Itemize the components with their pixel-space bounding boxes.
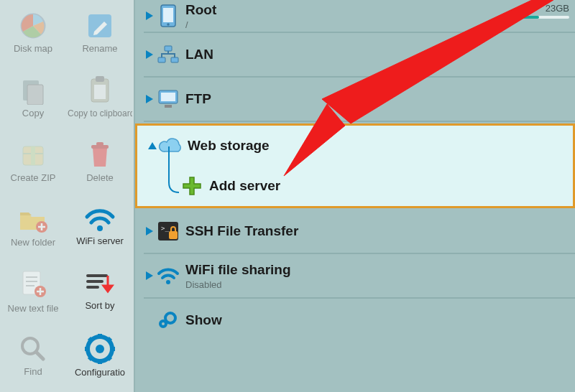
newtextfile-icon	[19, 269, 47, 300]
newfolder-icon	[17, 205, 49, 234]
tree-connector-icon	[163, 168, 179, 204]
list-item-add-server[interactable]: Add server	[137, 166, 573, 206]
item-title: LAN	[185, 47, 213, 62]
sidebar-item-label: WiFi server	[76, 235, 124, 246]
main-panel: Root / 23GB LAN FTP Web storage	[135, 0, 575, 392]
storage-size: 23GB	[546, 3, 569, 14]
sidebar-item-diskmap[interactable]: Disk map	[0, 0, 66, 65]
svg-rect-19	[163, 8, 173, 22]
sidebar-item-clipboard[interactable]: Copy to clipboard	[66, 65, 134, 129]
svg-text:>_: >_	[161, 225, 169, 232]
sidebar-item-copy[interactable]: Copy	[0, 65, 66, 129]
svg-rect-21	[165, 46, 172, 51]
item-title: Root	[185, 2, 216, 18]
sidebar-item-find[interactable]: Find	[0, 323, 66, 388]
item-title: FTP	[185, 91, 211, 107]
storage-bar	[502, 16, 569, 19]
sidebar-item-label: Delete	[86, 172, 114, 183]
show-icon	[155, 311, 181, 330]
sidebar-item-label: Rename	[82, 43, 117, 54]
sidebar-item-label: New folder	[11, 237, 55, 248]
sidebar-item-label: Copy to clipboard	[68, 109, 132, 118]
expand-arrow-icon[interactable]	[145, 271, 155, 281]
terminal-lock-icon: >_	[155, 221, 181, 241]
clipboard-icon	[86, 75, 114, 106]
svg-rect-22	[158, 57, 165, 62]
svg-rect-3	[27, 85, 43, 105]
svg-point-32	[160, 321, 166, 327]
sidebar-item-label: Sort by	[85, 300, 114, 311]
copy-icon	[19, 76, 47, 105]
list-item-root[interactable]: Root / 23GB	[135, 0, 575, 32]
sidebar-item-label: Configuratio	[75, 367, 125, 378]
sidebar-item-configuration[interactable]: Configuratio	[66, 323, 134, 388]
sort-icon	[85, 271, 115, 297]
ftp-icon	[155, 89, 181, 109]
item-title: Show	[185, 312, 222, 328]
sidebar-item-rename[interactable]: Rename	[66, 0, 134, 65]
rename-icon	[86, 11, 114, 40]
svg-rect-8	[31, 146, 35, 165]
svg-rect-29	[169, 231, 178, 239]
item-title: SSH File Transfer	[185, 223, 298, 239]
sidebar: Disk map Rename Copy Copy to clipboard C…	[0, 0, 135, 392]
sidebar-item-label: Find	[24, 366, 42, 377]
sidebar-item-createzip[interactable]: Create ZIP	[0, 129, 66, 194]
zip-icon	[19, 141, 47, 169]
collapse-arrow-icon[interactable]	[147, 141, 157, 150]
expand-arrow-icon[interactable]	[145, 226, 155, 236]
cloud-icon	[157, 137, 183, 154]
list-item-ssh[interactable]: >_ SSH File Transfer	[135, 210, 575, 253]
sidebar-item-label: Copy	[22, 108, 44, 118]
svg-rect-23	[171, 57, 178, 62]
expand-arrow-icon[interactable]	[145, 50, 155, 60]
phone-icon	[155, 4, 181, 27]
sidebar-item-sortby[interactable]: Sort by	[66, 258, 134, 323]
diskmap-icon	[19, 11, 47, 40]
list-item-web-storage[interactable]: Web storage	[137, 126, 573, 166]
delete-icon	[86, 141, 114, 169]
list-item-lan[interactable]: LAN	[135, 33, 575, 76]
svg-rect-6	[94, 85, 106, 99]
svg-rect-10	[96, 142, 104, 146]
sidebar-item-wifiserver[interactable]: WiFi server	[66, 194, 134, 258]
list-item-show[interactable]: Show	[135, 299, 575, 342]
svg-point-12	[97, 225, 103, 231]
sidebar-item-delete[interactable]: Delete	[66, 129, 134, 194]
list-item-ftp[interactable]: FTP	[135, 78, 575, 121]
item-sub: Disabled	[185, 279, 291, 290]
item-sub: /	[185, 19, 216, 30]
divider	[144, 121, 575, 122]
plus-icon	[179, 176, 205, 196]
svg-rect-5	[96, 76, 104, 82]
svg-point-20	[167, 23, 170, 26]
config-icon	[85, 334, 115, 364]
sidebar-item-label: New text file	[8, 303, 59, 314]
svg-point-30	[166, 280, 170, 284]
svg-point-17	[96, 345, 104, 353]
item-title: Web storage	[188, 138, 270, 154]
item-title: WiFi file sharing	[185, 262, 291, 278]
sidebar-item-label: Create ZIP	[11, 172, 56, 183]
svg-rect-26	[165, 105, 172, 108]
list-item-wifi-share[interactable]: WiFi file sharing Disabled	[135, 254, 575, 297]
lan-icon	[155, 45, 181, 64]
wifi-icon	[84, 207, 116, 233]
expand-arrow-icon[interactable]	[145, 94, 155, 104]
search-icon	[19, 335, 47, 363]
wifi-icon	[155, 266, 181, 285]
highlighted-group: Web storage Add server	[135, 123, 575, 208]
item-title: Add server	[209, 178, 280, 194]
sidebar-item-newtextfile[interactable]: New text file	[0, 258, 66, 323]
sidebar-item-newfolder[interactable]: New folder	[0, 194, 66, 258]
svg-rect-25	[161, 93, 175, 101]
expand-arrow-icon[interactable]	[145, 11, 155, 21]
sidebar-item-label: Disk map	[14, 43, 52, 54]
